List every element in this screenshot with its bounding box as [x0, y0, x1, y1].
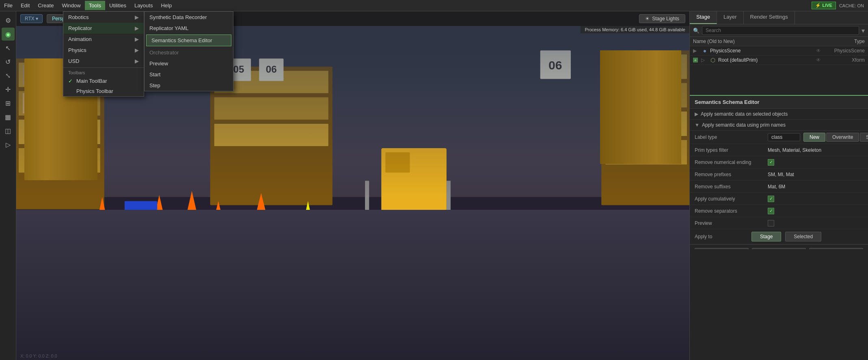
collapse-arrow-2: ▼ — [695, 122, 700, 128]
menu-item-replicator[interactable]: Replicator ▶ — [63, 23, 144, 34]
sun-icon: ☀ — [645, 16, 650, 22]
new-button[interactable]: New — [803, 133, 825, 142]
prim-types-value: Mesh, Material, Skeleton — [768, 147, 863, 153]
semantics-title: Semantics Schema Editor — [690, 96, 868, 109]
toolbar-main-item[interactable]: ✓ Main ToolBar — [63, 76, 144, 86]
toolbar-expand-icon[interactable]: ▷ — [2, 138, 15, 151]
remove-separators-checkbox[interactable]: ✓ — [768, 208, 774, 214]
arrow-animation: ▶ — [135, 36, 139, 42]
preview-checkbox[interactable] — [768, 220, 774, 226]
submenu-synthetic-data-recorder[interactable]: Synthetic Data Recorder — [145, 12, 233, 23]
menu-tools[interactable]: Tools — [85, 1, 105, 10]
viewport-coords: X: 0.0 Y: 0.0 Z: 0.0 — [20, 354, 57, 358]
submenu-step[interactable]: Step — [145, 80, 233, 91]
toolbar-scale-icon[interactable]: ⤡ — [2, 69, 15, 82]
section1-title: Apply semantic data on selected objects — [701, 111, 788, 117]
toolbar-cursor-icon[interactable]: ↖ — [2, 41, 15, 54]
remove-suffixes-label: Remove suffixes — [695, 184, 768, 190]
toolbar-rotate-icon[interactable]: ↺ — [2, 55, 15, 68]
tree-item-physics-scene[interactable]: ▶ ● PhysicsScene 👁 PhysicsScene — [690, 46, 868, 56]
tab-layer[interactable]: Layer — [717, 11, 744, 24]
arrow-robotics: ▶ — [135, 14, 139, 20]
arrow-usd: ▶ — [135, 58, 139, 64]
apply-to-label: Apply to — [695, 234, 751, 239]
toolbar-transform-icon[interactable]: ✛ — [2, 83, 15, 96]
semantics-schema-editor: Semantics Schema Editor ▶ Apply semantic… — [690, 95, 868, 249]
menu-bar-right: ⚡ LIVE CACHE: ON — [812, 2, 868, 9]
remove-numerical-row: Remove numerical ending ✓ — [690, 156, 868, 168]
apply-stage-button[interactable]: Stage — [751, 232, 781, 241]
search-input[interactable] — [702, 26, 859, 35]
remove-suffixes-row: Remove suffixes Mat, 6M — [690, 181, 868, 193]
tab-render-settings[interactable]: Render Settings — [744, 11, 795, 24]
left-toolbar: ⚙ ◉ ↖ ↺ ⤡ ✛ ⊞ ▦ ◫ ▷ — [0, 11, 16, 360]
menu-item-usd[interactable]: USD ▶ — [63, 56, 144, 67]
section2-header[interactable]: ▼ Apply semantic data using prim names — [690, 120, 868, 131]
remove-button[interactable]: Remove — [752, 248, 806, 249]
shelf-right — [600, 50, 681, 164]
remove-numerical-checkbox[interactable]: ✓ — [768, 159, 774, 166]
menu-utilities[interactable]: Utilities — [105, 1, 130, 10]
submenu-replicator-yaml[interactable]: Replicator YAML — [145, 23, 233, 34]
add-prim-icon[interactable]: + — [693, 58, 698, 63]
menu-item-robotics[interactable]: Robotics ▶ — [63, 12, 144, 23]
menu-divider — [63, 67, 144, 68]
menu-item-physics[interactable]: Physics ▶ — [63, 45, 144, 56]
tab-stage[interactable]: Stage — [690, 11, 717, 24]
live-badge[interactable]: ⚡ LIVE — [812, 2, 836, 9]
remove-prefixes-label: Remove prefixes — [695, 172, 768, 177]
right-panel: Stage Layer Render Settings 🔍 ▾ Name (Ol… — [689, 11, 868, 360]
overwrite-button[interactable]: Overwrite — [826, 133, 859, 142]
remove-separators-label: Remove separators — [695, 208, 768, 214]
apply-cumulatively-row: Apply cumulatively ✓ — [690, 193, 868, 205]
expand-icon: ▶ — [693, 48, 700, 54]
replicator-submenu: Synthetic Data Recorder Replicator YAML … — [144, 11, 233, 91]
menu-bar: File Edit Create Window Tools Utilities … — [0, 0, 868, 11]
label-type-input[interactable] — [768, 133, 800, 141]
remove-all-button[interactable]: Remove All — [809, 248, 863, 249]
submenu-start[interactable]: Start — [145, 69, 233, 80]
toolbar-layers-icon[interactable]: ◫ — [2, 124, 15, 137]
check-main-toolbar: ✓ — [68, 78, 74, 84]
label-type-label: Label type — [695, 134, 768, 140]
toolbar-grid-icon[interactable]: ▦ — [2, 110, 15, 123]
section1-header[interactable]: ▶ Apply semantic data on selected object… — [690, 109, 868, 120]
root-icon: ⬡ — [709, 57, 717, 63]
menu-edit[interactable]: Edit — [17, 1, 34, 10]
prim-types-row: Prim types filter Mesh, Material, Skelet… — [690, 144, 868, 156]
apply-selected-button[interactable]: Selected — [785, 232, 821, 241]
remove-numerical-label: Remove numerical ending — [695, 160, 768, 165]
tree-item-type-physics: PhysicsScene — [824, 48, 865, 54]
skip-button[interactable]: Skip — [860, 133, 868, 142]
menu-create[interactable]: Create — [34, 1, 58, 10]
tree-item-root[interactable]: + ▷ ⬡ Root (defaultPrim) 👁 Xform — [690, 56, 868, 65]
apply-cumulatively-checkbox[interactable]: ✓ — [768, 196, 774, 202]
remove-prefixes-value: SM, MI, Mat — [768, 172, 863, 177]
preview-row: Preview — [690, 217, 868, 229]
toolbar-snap-icon[interactable]: ⊞ — [2, 97, 15, 110]
add-button[interactable]: Add — [695, 248, 749, 249]
menu-layouts[interactable]: Layouts — [130, 1, 157, 10]
submenu-semantics-schema-editor[interactable]: Semantics Schema Editor — [146, 34, 231, 46]
remove-prefixes-row: Remove prefixes SM, MI, Mat — [690, 168, 868, 181]
menu-file[interactable]: File — [0, 1, 17, 10]
tree-item-type-root: Xform — [824, 57, 865, 63]
toolbar-physics-item[interactable]: Physics Toolbar — [63, 86, 144, 96]
collapse-arrow-1: ▶ — [695, 111, 698, 117]
menu-window[interactable]: Window — [58, 1, 84, 10]
menu-item-animation[interactable]: Animation ▶ — [63, 34, 144, 45]
rtx-button[interactable]: RTX ▾ — [20, 14, 43, 23]
filter-icon[interactable]: ▾ — [862, 27, 865, 34]
cache-status: CACHE: ON — [839, 3, 864, 8]
prim-types-label: Prim types filter — [695, 147, 768, 153]
toolbar-settings-icon[interactable]: ⚙ — [2, 14, 15, 27]
submenu-orchestrator[interactable]: Orchestrator — [145, 47, 233, 58]
submenu-preview[interactable]: Preview — [145, 58, 233, 69]
toolbar-circle-icon[interactable]: ◉ — [2, 28, 15, 41]
stage-lights-button[interactable]: ☀ Stage Lights — [639, 14, 685, 23]
visibility-icon-root[interactable]: 👁 — [816, 57, 821, 63]
name-column-header: Name (Old to New) — [693, 39, 824, 44]
preview-label: Preview — [695, 220, 768, 226]
visibility-icon-physics[interactable]: 👁 — [816, 48, 821, 54]
menu-help[interactable]: Help — [157, 1, 176, 10]
